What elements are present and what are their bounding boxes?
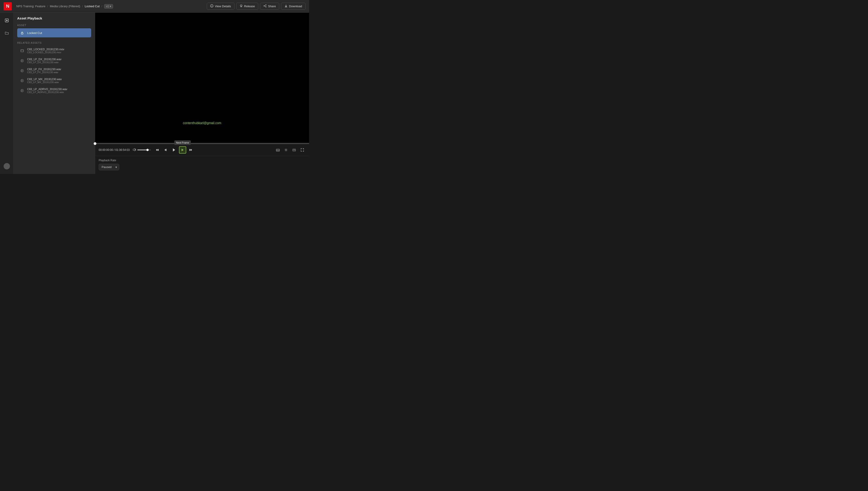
breadcrumb-item-2[interactable]: Media Library (Filtered)	[50, 4, 80, 8]
svg-rect-16	[21, 50, 24, 52]
svg-rect-33	[182, 149, 182, 151]
svg-point-18	[21, 59, 24, 62]
related-item-name-3: C83_LP_MX_20191230.wav	[27, 78, 62, 81]
related-item-1[interactable]: C83_LP_DX_20191230.wav C83_LP_DX_2019123…	[17, 56, 91, 65]
video-container[interactable]: contenthubkarl@gmail.com	[95, 13, 309, 143]
settings-button[interactable]	[283, 147, 289, 153]
next-frame-button[interactable]: Next Frame	[179, 146, 186, 153]
related-label: RELATED ASSETS	[17, 41, 91, 44]
breadcrumb-item-1[interactable]: NPS Training: Feature	[16, 4, 45, 8]
controls-row: 00:00:00:00 / 01:36:54:03	[95, 144, 309, 156]
svg-point-21	[22, 70, 23, 71]
video-file-icon-0	[20, 48, 25, 53]
watermark: contenthubkarl@gmail.com	[183, 121, 221, 125]
related-item-name-1: C83_LP_DX_20191230.wav	[27, 58, 61, 61]
svg-point-23	[22, 80, 23, 81]
svg-point-22	[21, 79, 24, 82]
rail-play-icon[interactable]	[3, 16, 11, 25]
volume-icon[interactable]	[132, 148, 136, 152]
asset-item-locked-cut[interactable]: Locked Cut	[17, 28, 91, 37]
netflix-logo: N	[4, 2, 12, 10]
svg-marker-28	[157, 149, 159, 151]
svg-rect-30	[166, 149, 166, 151]
audio-file-icon-1	[20, 58, 25, 63]
related-item-name-0: C83_LOCKED_20191230.mov	[27, 48, 64, 51]
skip-back-double-button[interactable]	[154, 146, 161, 153]
related-item-info-3: C83_LP_MX_20191230.wav C83_LP_MX_2019123…	[27, 78, 62, 84]
share-icon	[264, 4, 267, 8]
breadcrumb-sep-2: /	[82, 4, 83, 8]
svg-marker-13	[6, 20, 8, 21]
release-button[interactable]: Release	[236, 3, 258, 10]
related-item-info-0: C83_LOCKED_20191230.mov C83_LOCKED_20191…	[27, 48, 64, 54]
volume-slider[interactable]	[137, 149, 151, 150]
volume-thumb	[146, 149, 149, 151]
breadcrumb-sep-3: /	[101, 4, 102, 8]
audio-file-icon-2	[20, 68, 25, 74]
rail-avatar[interactable]	[3, 162, 11, 170]
version-selector[interactable]: v1 ▾	[104, 4, 113, 9]
playback-rate-section: Playback Rate Paused 0.25x 0.5x 1x 1.5x …	[95, 156, 309, 174]
svg-rect-14	[21, 33, 23, 34]
locked-cut-icon	[20, 30, 25, 35]
volume-area	[132, 148, 151, 152]
related-item-sub-1: C83_LP_DX_20191230.wav	[27, 61, 61, 64]
svg-marker-26	[133, 148, 135, 151]
release-label: Release	[244, 4, 255, 8]
panel-title: Asset Playback	[17, 16, 91, 20]
player-controls: 00:00:00:00 / 01:36:54:03	[95, 143, 309, 174]
fit-screen-button[interactable]	[291, 147, 297, 153]
captions-button[interactable]	[275, 147, 281, 153]
playback-rate-select[interactable]: Paused 0.25x 0.5x 1x 1.5x 2x	[99, 164, 119, 170]
right-controls	[275, 147, 306, 153]
svg-rect-15	[21, 50, 24, 52]
related-item-sub-3: C83_LP_MX_20191230.wav	[27, 81, 62, 84]
asset-panel: Asset Playback ASSET Locked Cut RELATED …	[13, 13, 95, 174]
svg-marker-32	[182, 149, 184, 151]
download-button[interactable]: Download	[281, 3, 306, 10]
breadcrumb: NPS Training: Feature / Media Library (F…	[16, 4, 204, 9]
transport-buttons: Next Frame	[154, 146, 194, 154]
related-item-sub-2: C83_LP_FX_20191230.wav	[27, 71, 61, 74]
svg-point-19	[22, 60, 23, 61]
download-icon	[284, 4, 288, 8]
playback-rate-label: Playback Rate	[99, 159, 306, 162]
version-label: v1	[106, 5, 109, 8]
download-label: Download	[289, 4, 302, 8]
playback-rate-wrapper[interactable]: Paused 0.25x 0.5x 1x 1.5x 2x	[99, 164, 119, 170]
related-item-info-2: C83_LP_FX_20191230.wav C83_LP_FX_2019123…	[27, 68, 61, 74]
time-display: 00:00:00:00 / 01:36:54:03	[99, 148, 130, 151]
breadcrumb-item-3[interactable]: Locked Cut	[85, 4, 99, 8]
svg-rect-36	[276, 149, 279, 151]
skip-forward-button[interactable]	[187, 146, 194, 153]
rail-folder-icon[interactable]	[3, 29, 11, 37]
view-details-button[interactable]: View Details	[207, 3, 234, 10]
svg-marker-35	[189, 149, 191, 151]
video-area: contenthubkarl@gmail.com 00:00:00:00 / 0…	[95, 13, 309, 174]
progress-thumb	[94, 142, 96, 145]
nav-actions: View Details Release	[207, 3, 306, 10]
related-item-4[interactable]: C83_LP_ADRVO_20191230.wav C83_LP_ADRVO_2…	[17, 86, 91, 95]
share-button[interactable]: Share	[260, 3, 279, 10]
related-item-3[interactable]: C83_LP_MX_20191230.wav C83_LP_MX_2019123…	[17, 76, 91, 85]
progress-bar[interactable]	[95, 143, 309, 144]
related-item-sub-4: C83_LP_ADRVO_20191230.wav	[27, 91, 67, 93]
top-nav: N NPS Training: Feature / Media Library …	[0, 0, 309, 13]
related-item-name-4: C83_LP_ADRVO_20191230.wav	[27, 88, 67, 91]
play-pause-button[interactable]	[170, 146, 178, 154]
info-icon	[210, 4, 213, 8]
total-time: 01:36:54:03	[115, 148, 129, 151]
release-icon	[240, 4, 243, 8]
related-item-info-1: C83_LP_DX_20191230.wav C83_LP_DX_2019123…	[27, 58, 61, 64]
fullscreen-button[interactable]	[299, 147, 306, 153]
main-layout: Asset Playback ASSET Locked Cut RELATED …	[0, 13, 309, 174]
svg-point-20	[21, 69, 24, 72]
related-item-sub-0: C83_LOCKED_20191230.mov	[27, 51, 64, 54]
related-section: RELATED ASSETS C83_LOCKED_20191230.mov C…	[17, 41, 91, 96]
related-item-0[interactable]: C83_LOCKED_20191230.mov C83_LOCKED_20191…	[17, 46, 91, 56]
svg-point-24	[21, 89, 24, 92]
related-item-2[interactable]: C83_LP_FX_20191230.wav C83_LP_FX_2019123…	[17, 66, 91, 76]
volume-fill	[137, 149, 148, 150]
frame-back-button[interactable]	[162, 146, 169, 153]
svg-marker-31	[173, 148, 175, 151]
